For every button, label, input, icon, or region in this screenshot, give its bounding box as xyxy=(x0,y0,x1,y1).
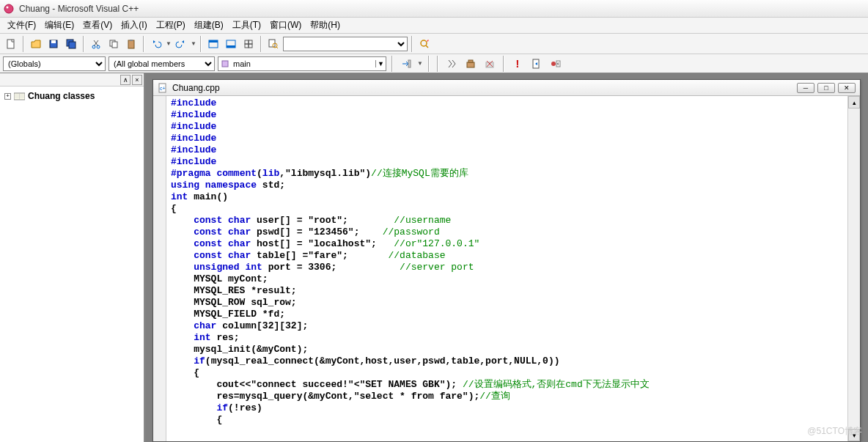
menu-help[interactable]: 帮助(H) xyxy=(306,18,345,33)
new-text-file-button[interactable] xyxy=(3,36,19,52)
editor-titlebar[interactable]: c+ Chuang.cpp ─ □ ✕ xyxy=(153,80,860,96)
editor-close-button[interactable]: ✕ xyxy=(838,83,856,93)
editor-window: c+ Chuang.cpp ─ □ ✕ #include #include #i… xyxy=(152,79,861,442)
editor-filename: Chuang.cpp xyxy=(172,83,220,93)
separator xyxy=(200,36,202,52)
class-tree[interactable]: + Chuang classes xyxy=(0,86,144,106)
undo-button[interactable] xyxy=(148,36,164,52)
gutter[interactable] xyxy=(153,96,166,441)
symbol-dropdown[interactable]: ▼ xyxy=(375,60,386,67)
svg-rect-25 xyxy=(408,60,411,67)
window-title: Chuang - Microsoft Visual C++ xyxy=(19,4,139,14)
scroll-up-button[interactable]: ▴ xyxy=(848,96,860,108)
separator xyxy=(411,36,413,52)
code-area: #include #include #include #include #inc… xyxy=(153,96,860,441)
separator xyxy=(391,56,393,72)
svg-text:c+: c+ xyxy=(160,86,166,91)
paste-button[interactable] xyxy=(123,36,139,52)
tree-root-label: Chuang classes xyxy=(28,91,95,101)
insert-breakpoint-button[interactable] xyxy=(548,56,564,72)
book-icon xyxy=(14,92,25,101)
vertical-scrollbar[interactable]: ▴ ▾ xyxy=(847,96,860,441)
menu-view[interactable]: 查看(V) xyxy=(78,18,117,33)
separator xyxy=(83,36,84,52)
save-button[interactable] xyxy=(45,36,62,52)
open-button[interactable] xyxy=(28,36,44,52)
svg-rect-26 xyxy=(467,62,474,67)
menu-window[interactable]: 窗口(W) xyxy=(265,18,306,33)
svg-rect-10 xyxy=(112,42,117,48)
menubar: 文件(F) 编辑(E) 查看(V) 插入(I) 工程(P) 组建(B) 工具(T… xyxy=(0,18,868,34)
copy-button[interactable] xyxy=(106,36,122,52)
save-all-button[interactable] xyxy=(63,36,79,52)
editor-area: c+ Chuang.cpp ─ □ ✕ #include #include #i… xyxy=(145,73,868,442)
menu-build[interactable]: 组建(B) xyxy=(190,18,228,33)
svg-rect-24 xyxy=(222,61,228,67)
menu-tools[interactable]: 工具(T) xyxy=(228,18,265,33)
editor-minimize-button[interactable]: ─ xyxy=(797,83,814,93)
undo-dropdown[interactable]: ▼ xyxy=(166,40,172,47)
compile-button[interactable] xyxy=(444,56,460,72)
scroll-down-button[interactable]: ▾ xyxy=(848,429,860,441)
code-editor[interactable]: #include #include #include #include #inc… xyxy=(166,96,847,441)
go-button[interactable] xyxy=(529,56,545,72)
execute-button[interactable]: ! xyxy=(510,56,526,72)
members-combo[interactable]: (All global members xyxy=(108,56,215,71)
separator xyxy=(23,36,24,52)
svg-point-1 xyxy=(7,6,9,8)
symbol-combo[interactable] xyxy=(232,57,375,70)
find-in-files-button[interactable] xyxy=(265,36,282,52)
window-titlebar: Chuang - Microsoft Visual C++ xyxy=(0,0,868,18)
redo-dropdown[interactable]: ▼ xyxy=(191,40,196,47)
workspace-panel: ∧ × + Chuang classes xyxy=(0,73,145,442)
function-icon xyxy=(218,59,232,68)
window-list-button[interactable] xyxy=(240,36,257,52)
svg-rect-19 xyxy=(245,44,249,48)
separator xyxy=(503,56,504,72)
redo-button[interactable] xyxy=(173,36,189,52)
svg-rect-11 xyxy=(128,40,134,48)
svg-point-30 xyxy=(551,62,556,66)
find-button[interactable] xyxy=(416,36,433,52)
expand-icon[interactable]: + xyxy=(4,93,11,100)
svg-rect-18 xyxy=(249,40,252,44)
svg-rect-17 xyxy=(245,40,249,44)
svg-point-0 xyxy=(4,4,13,13)
svg-rect-12 xyxy=(130,40,133,41)
separator xyxy=(437,56,438,72)
svg-rect-16 xyxy=(227,45,235,48)
menu-edit[interactable]: 编辑(E) xyxy=(40,18,78,33)
svg-point-23 xyxy=(421,40,427,46)
stop-build-button[interactable] xyxy=(482,56,498,72)
standard-toolbar: ▼ ▼ xyxy=(0,34,868,54)
separator xyxy=(143,36,144,52)
cut-button[interactable] xyxy=(88,36,104,52)
goto-button[interactable] xyxy=(398,56,414,72)
goto-dropdown[interactable]: ▼ xyxy=(417,60,423,67)
workspace-button[interactable] xyxy=(205,36,221,52)
menu-project[interactable]: 工程(P) xyxy=(152,18,190,33)
separator xyxy=(260,36,262,52)
menu-insert[interactable]: 插入(I) xyxy=(117,18,151,33)
workspace-header: ∧ × xyxy=(0,73,144,86)
tree-root-item[interactable]: + Chuang classes xyxy=(4,89,139,103)
cpp-file-icon: c+ xyxy=(158,83,168,93)
wizardbar: (Globals) (All global members ▼ ▼ ! xyxy=(0,54,868,73)
main-area: ∧ × + Chuang classes c+ Chuang.cpp ─ □ ✕ xyxy=(0,73,868,442)
menu-file[interactable]: 文件(F) xyxy=(3,18,40,33)
scope-combo[interactable]: (Globals) xyxy=(3,56,106,71)
app-icon xyxy=(3,3,15,15)
panel-nav-left[interactable]: ∧ xyxy=(120,75,130,85)
panel-close[interactable]: × xyxy=(132,75,142,85)
editor-maximize-button[interactable]: □ xyxy=(817,83,835,93)
svg-rect-14 xyxy=(209,40,218,43)
output-button[interactable] xyxy=(223,36,239,52)
build-button[interactable] xyxy=(463,56,479,72)
svg-rect-4 xyxy=(51,40,56,43)
svg-rect-27 xyxy=(468,60,473,62)
svg-rect-20 xyxy=(249,44,252,48)
svg-rect-6 xyxy=(69,42,76,48)
find-combo[interactable] xyxy=(283,37,408,51)
separator xyxy=(428,56,430,72)
svg-rect-2 xyxy=(7,40,14,48)
